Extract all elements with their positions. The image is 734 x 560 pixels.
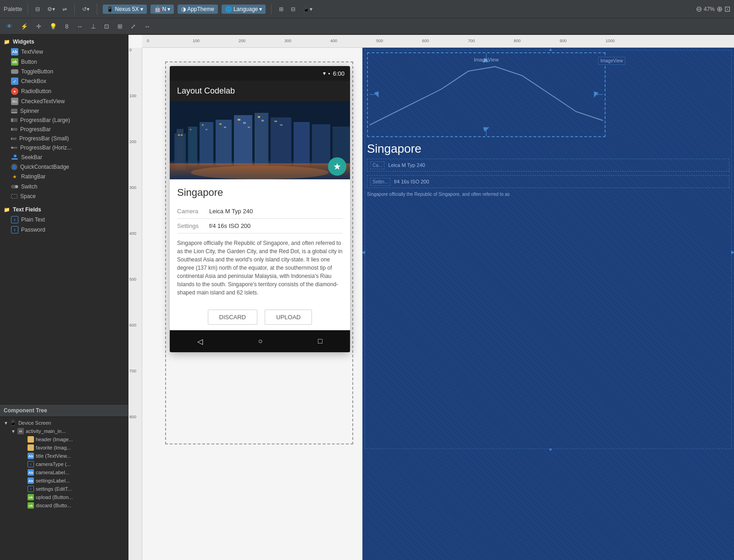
ruler-mark-800: 800	[514, 39, 521, 43]
refresh-btn[interactable]: ↺▾	[80, 4, 91, 14]
language-selector[interactable]: 🌐 Language ▾	[222, 5, 266, 14]
api-selector[interactable]: 🤖 N ▾	[150, 5, 174, 14]
checkbox-icon: ✓	[11, 78, 18, 85]
device-label: Nexus 5X	[115, 6, 139, 12]
v-ruler-600: 600	[129, 323, 136, 327]
palette-item-quickcontact[interactable]: 👤 QuickContactBadge	[0, 162, 128, 172]
magnet-tool-btn[interactable]: ⚡	[18, 21, 31, 32]
svg-rect-26	[280, 124, 283, 126]
progressbar-small-label: ProgressBar (Small)	[19, 135, 69, 142]
zoom-in-btn[interactable]: ⊕	[717, 5, 723, 13]
zoom-fit-btn[interactable]: ⊡	[724, 5, 730, 13]
palette-item-progressbar-horiz[interactable]: ProgressBar (Horiz...	[0, 143, 128, 152]
contract-tool-btn[interactable]: ↔	[141, 21, 153, 32]
palette-item-progressbar-large[interactable]: ProgressBar (Large)	[0, 116, 128, 125]
v-center-tool-btn[interactable]: ⊥	[88, 21, 99, 32]
ratingbar-label: RatingBar	[21, 173, 45, 180]
phone-mockup: ▾ ▪ 6:00 Layout Codelab	[170, 66, 350, 352]
tree-item-cameralabel[interactable]: ▶ Ab cameraLabel...	[0, 468, 128, 477]
num-tool-btn[interactable]: 8	[62, 21, 71, 32]
progressbar-label: ProgressBar	[20, 126, 51, 133]
tree-item-cameratype[interactable]: ▶ I cameraType (...	[0, 460, 128, 468]
svg-rect-19	[224, 127, 226, 128]
palette-layout-btn[interactable]: ⊟	[33, 4, 42, 14]
h-expand-tool-btn[interactable]: ↔	[74, 21, 85, 32]
progressbar-horiz-icon	[11, 147, 17, 149]
palette-filter-btn[interactable]: ⇌	[61, 4, 69, 14]
palette-settings-btn[interactable]: ⚙▾	[45, 4, 57, 14]
palette-item-space[interactable]: Space	[0, 192, 128, 201]
ruler-mark-300: 300	[284, 39, 291, 43]
tree-item-discard[interactable]: ▶ ok discard (Butto...	[0, 501, 128, 510]
spinner-icon	[11, 109, 17, 113]
settings-label: settings (EditT...	[36, 486, 72, 492]
device-selector[interactable]: 📱 Nexus 5X ▾	[103, 5, 146, 14]
svg-rect-13	[178, 134, 180, 136]
palette-item-plaintext[interactable]: I Plain Text	[0, 215, 128, 225]
palette-item-seekbar[interactable]: SeekBar	[0, 152, 128, 162]
progressbar-small-icon	[11, 138, 17, 140]
palette-item-checkbox[interactable]: ✓ CheckBox	[0, 76, 128, 86]
device-screen-label: Device Screen	[18, 420, 51, 426]
left-panel: 📁 Widgets Ab TextView ok Button ToggleBu…	[0, 35, 128, 560]
palette-item-progressbar[interactable]: ProgressBar	[0, 125, 128, 134]
checkedtextview-icon: Rv	[11, 98, 18, 105]
fav-star-icon: ★	[333, 161, 341, 172]
header-image-icon: 🖼	[28, 436, 34, 443]
pack2-tool-btn[interactable]: ⊞	[115, 21, 125, 32]
tree-item-activity-main[interactable]: ▼ H activity_main_in...	[0, 427, 128, 435]
palette-item-progressbar-small[interactable]: ProgressBar (Small)	[0, 134, 128, 143]
eye-tool-btn[interactable]: 👁	[4, 21, 15, 32]
ruler-mark-0: 0	[147, 39, 149, 43]
pack1-tool-btn[interactable]: ⊡	[101, 21, 112, 32]
v-ruler-800: 800	[129, 415, 136, 419]
palette-item-textview[interactable]: Ab TextView	[0, 47, 128, 57]
palette-item-switch[interactable]: Switch	[0, 182, 128, 192]
palette-item-spinner[interactable]: Spinner	[0, 106, 128, 116]
title-label: title (TextView...	[36, 453, 71, 459]
palette-item-checkedtextview[interactable]: Rv CheckedTextView	[0, 96, 128, 106]
svg-rect-6	[216, 120, 232, 166]
ruler-mark-700: 700	[468, 39, 475, 43]
move-tool-btn[interactable]: ✛	[33, 21, 44, 32]
tree-item-upload[interactable]: ▶ ok upload (Button...	[0, 493, 128, 501]
nav-back-btn[interactable]: ◁	[197, 337, 203, 346]
palette-item-radiobutton[interactable]: ● RadioButton	[0, 86, 128, 96]
upload-button[interactable]: UPLOAD	[265, 310, 312, 325]
view-blueprint-btn[interactable]: ⊟	[289, 4, 297, 14]
tree-item-devicescreen[interactable]: ▼ 📱 Device Screen	[0, 419, 128, 427]
tree-item-title[interactable]: ▶ Ab title (TextView...	[0, 452, 128, 460]
palette-item-ratingbar[interactable]: ★ RatingBar	[0, 172, 128, 182]
palette-item-password[interactable]: I Password	[0, 225, 128, 235]
view-mode-btn[interactable]: 📱▾	[301, 4, 314, 14]
zoom-out-btn[interactable]: ⊖	[696, 5, 702, 13]
palette-item-button[interactable]: ok Button	[0, 57, 128, 67]
nav-home-btn[interactable]: ○	[258, 337, 263, 345]
camera-value: Leica M Typ 240	[209, 208, 253, 215]
city-name: Singapore	[177, 187, 343, 199]
tree-item-favorite[interactable]: ▶ 🖼 favorite (Imag...	[0, 444, 128, 452]
battery-icon: ▪	[328, 71, 330, 76]
expand-tool-btn[interactable]: ⤢	[128, 21, 139, 32]
hint-tool-btn[interactable]: 💡	[47, 21, 60, 32]
view-grid-btn[interactable]: ⊞	[277, 4, 285, 14]
tree-item-settings[interactable]: ▶ I settings (EditT...	[0, 485, 128, 493]
bp-bottom-arrow: ▼	[548, 447, 553, 452]
svg-rect-22	[248, 127, 250, 128]
widgets-group-label: Widgets	[13, 39, 34, 45]
settings-label: Settings	[177, 222, 209, 229]
theme-selector[interactable]: ◑ AppTheme	[178, 5, 218, 14]
fav-badge[interactable]: ★	[328, 157, 346, 176]
radiobutton-label: RadioButton	[21, 88, 51, 94]
phone-content: ★ Singapore Camera Leica M Typ 240	[170, 101, 350, 330]
chevron-down-icon-2: ▾	[167, 6, 170, 12]
header-label: header (Image...	[36, 437, 73, 442]
theme-icon: ◑	[181, 6, 186, 12]
blueprint-content: ImageView ImageView Singapore Ca... Leic…	[362, 48, 734, 57]
palette-item-togglebutton[interactable]: ToggleButton	[0, 67, 128, 76]
nav-recent-btn[interactable]: □	[318, 337, 323, 345]
tree-item-header[interactable]: ▶ 🖼 header (Image...	[0, 435, 128, 444]
discard-button[interactable]: DISCARD	[208, 310, 258, 325]
tree-item-settingslabel[interactable]: ▶ Ab settingsLabel...	[0, 477, 128, 485]
settings-icon: I	[28, 486, 34, 492]
